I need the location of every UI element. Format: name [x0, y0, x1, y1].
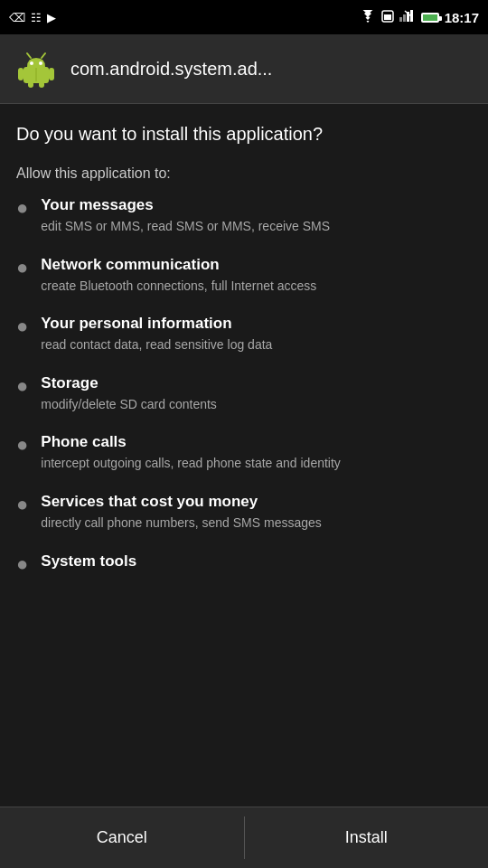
- notification-icon: ☷: [31, 11, 42, 24]
- permission-item: ●Phone callsintercept outgoing calls, re…: [16, 433, 472, 473]
- permission-list: ●Your messagesedit SMS or MMS, read SMS …: [16, 196, 472, 574]
- permission-item: ●System tools: [16, 552, 472, 574]
- android-logo-icon: [14, 47, 58, 90]
- svg-rect-13: [49, 68, 54, 80]
- permission-description: read contact data, read sensitive log da…: [41, 336, 272, 354]
- signal-icon: [399, 9, 416, 25]
- play-icon: ▶: [47, 11, 56, 24]
- svg-rect-15: [39, 81, 44, 88]
- permission-content: Your messagesedit SMS or MMS, read SMS o…: [41, 196, 330, 236]
- permission-item: ●Services that cost you moneydirectly ca…: [16, 493, 472, 533]
- status-icons-left: ⌫ ☷ ▶: [9, 11, 56, 24]
- usb-icon: ⌫: [9, 11, 25, 24]
- permission-item: ●Your messagesedit SMS or MMS, read SMS …: [16, 196, 472, 236]
- status-bar: ⌫ ☷ ▶: [0, 0, 488, 34]
- permission-item: ●Storagemodify/delete SD card contents: [16, 374, 472, 414]
- permission-description: edit SMS or MMS, read SMS or MMS, receiv…: [41, 218, 330, 236]
- install-question: Do you want to install this application?: [16, 122, 472, 146]
- content-area: Do you want to install this application?…: [0, 104, 488, 807]
- svg-point-9: [39, 61, 42, 65]
- permission-title: Phone calls: [41, 433, 341, 451]
- battery-icon: [421, 13, 439, 23]
- svg-line-10: [27, 53, 31, 58]
- cancel-button[interactable]: Cancel: [0, 807, 244, 868]
- bullet-icon: ●: [16, 258, 28, 278]
- svg-rect-2: [399, 17, 402, 22]
- sim-icon: [381, 10, 394, 25]
- permission-description: intercept outgoing calls, read phone sta…: [41, 455, 341, 473]
- status-time: 18:17: [445, 10, 479, 25]
- permission-title: Storage: [41, 374, 217, 392]
- permission-description: directly call phone numbers, send SMS me…: [41, 514, 321, 533]
- bullet-icon: ●: [16, 198, 28, 218]
- permission-content: Phone callsintercept outgoing calls, rea…: [41, 433, 341, 473]
- permission-item: ●Your personal informationread contact d…: [16, 315, 472, 354]
- permission-title: System tools: [41, 552, 136, 571]
- bullet-icon: ●: [16, 554, 28, 574]
- svg-point-8: [30, 61, 33, 65]
- allow-label: Allow this application to:: [16, 165, 472, 182]
- permission-title: Network communication: [41, 256, 316, 274]
- permission-title: Services that cost you money: [41, 493, 321, 511]
- bullet-icon: ●: [16, 376, 28, 396]
- svg-rect-1: [384, 14, 391, 20]
- permission-content: Network communicationcreate Bluetooth co…: [41, 256, 316, 296]
- bullet-icon: ●: [16, 435, 28, 455]
- permission-title: Your personal information: [41, 315, 272, 333]
- permission-description: modify/delete SD card contents: [41, 396, 217, 414]
- permission-item: ●Network communicationcreate Bluetooth c…: [16, 256, 472, 296]
- footer: Cancel Install: [0, 807, 488, 868]
- permission-content: System tools: [41, 552, 136, 574]
- permission-content: Your personal informationread contact da…: [41, 315, 272, 354]
- svg-rect-12: [18, 68, 23, 80]
- permission-title: Your messages: [41, 196, 330, 214]
- wifi-icon: [360, 10, 376, 25]
- bullet-icon: ●: [16, 495, 28, 514]
- app-header: com.android.system.ad...: [0, 34, 488, 104]
- status-icons-right: 18:17: [360, 9, 479, 25]
- permission-content: Services that cost you moneydirectly cal…: [41, 493, 321, 533]
- svg-rect-14: [28, 81, 33, 88]
- install-button[interactable]: Install: [245, 807, 489, 868]
- bullet-icon: ●: [16, 316, 28, 336]
- permission-description: create Bluetooth connections, full Inter…: [41, 278, 316, 296]
- package-name: com.android.system.ad...: [70, 59, 272, 80]
- permission-content: Storagemodify/delete SD card contents: [41, 374, 217, 414]
- svg-rect-3: [403, 14, 406, 22]
- svg-line-11: [42, 53, 45, 58]
